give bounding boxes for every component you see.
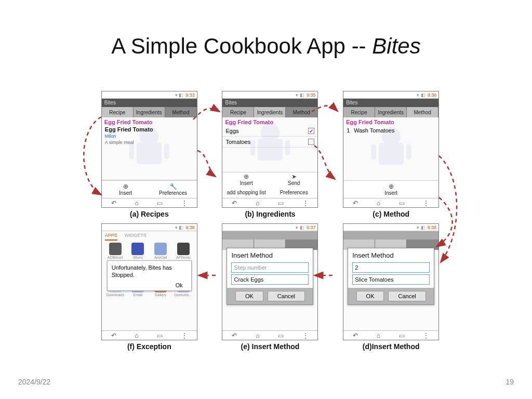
home-icon[interactable]: ⌂ (135, 200, 138, 207)
tab-recipe[interactable]: Recipe (102, 107, 134, 117)
step-number-field[interactable]: Step number (231, 262, 309, 273)
footer-page: 19 (506, 378, 514, 386)
preferences-button[interactable]: 🔧Preferences (149, 181, 197, 198)
svg-rect-7 (285, 140, 290, 155)
step-text-field[interactable]: Slice Tomatoes (352, 274, 430, 285)
statusbar: ▾ ◧9:38 (343, 224, 438, 231)
cell-a: ▾ ◧9:33 Bites Recipe Ingredients Method … (99, 91, 200, 218)
cell-f: ▾ ◧9:38 APPS WIDGETS ADBdroid4SyncAnyCal… (99, 223, 200, 351)
android-bg (102, 117, 197, 180)
navbar: ↶⌂▭⋮ (102, 330, 197, 340)
cell-d: ▾ ◧9:38 Insert Method 2 Slice Tomatoes O… (340, 223, 442, 351)
phone-e: ▾ ◧9:37 Insert Method Step number Crack … (222, 223, 318, 340)
phone-a: ▾ ◧9:33 Bites Recipe Ingredients Method … (101, 91, 197, 208)
error-ok-button[interactable]: Ok (112, 279, 187, 288)
caption-f: (f) Exception (127, 342, 171, 351)
error-dialog: Unfortunately, Bites has Stopped. Ok (107, 260, 192, 291)
svg-rect-3 (164, 143, 169, 159)
navbar: ↶⌂▭⋮ (222, 198, 317, 207)
wrench-icon: 🔧 (169, 183, 177, 190)
cancel-button[interactable]: Cancel (388, 291, 425, 301)
svg-point-9 (382, 127, 401, 146)
launcher-app[interactable]: 4Sync (128, 243, 149, 259)
tab-ingredients[interactable]: Ingredients (134, 107, 165, 117)
ok-button[interactable]: OK (356, 291, 384, 301)
launcher-app[interactable]: AnyCall (150, 243, 171, 259)
actionbar-bot: add shopping list Preferences (222, 187, 317, 198)
cell-c: ▾ ◧9:36 Bites Recipe Ingredients Method … (340, 91, 442, 218)
plus-icon: ⊕ (123, 183, 128, 190)
actionbar: ⊕Insert 🔧Preferences (102, 180, 197, 198)
appbar (343, 231, 438, 240)
menu-icon[interactable]: ⋮ (181, 200, 188, 207)
insert-method-dialog: Insert Method 2 Slice Tomatoes OK Cancel (348, 248, 434, 305)
statusbar: ▾ ◧9:38 (102, 224, 197, 231)
tab-method[interactable]: Method (165, 107, 197, 117)
caption-a: (a) Recipes (130, 210, 169, 218)
caption-b: (b) Ingredients (245, 210, 295, 218)
back-icon[interactable]: ↶ (111, 200, 116, 207)
svg-rect-4 (258, 139, 283, 161)
appbar: Bites (222, 99, 317, 107)
launcher-apps[interactable]: APPS (105, 233, 117, 241)
phone-grid: ▾ ◧9:33 Bites Recipe Ingredients Method … (99, 91, 442, 351)
error-message: Unfortunately, Bites has Stopped. (112, 264, 187, 279)
preferences-button[interactable]: Preferences (270, 187, 318, 198)
appbar: Bites (343, 99, 438, 107)
phone-f: ▾ ◧9:38 APPS WIDGETS ADBdroid4SyncAnyCal… (101, 223, 197, 340)
title-text: A Simple Cookbook App -- (111, 34, 372, 58)
slide-title: A Simple Cookbook App -- Bites (0, 0, 532, 59)
ok-button[interactable]: OK (235, 291, 263, 301)
svg-rect-0 (137, 142, 162, 164)
android-bg (343, 117, 438, 180)
launcher-widgets[interactable]: WIDGETS (125, 233, 147, 241)
insert-button[interactable]: ⊕Insert (343, 181, 438, 198)
statusbar: ▾ ◧9:33 (102, 91, 197, 99)
navbar: ↶⌂▭⋮ (343, 198, 438, 207)
recents-icon[interactable]: ▭ (157, 200, 163, 207)
insert-method-dialog: Insert Method Step number Crack Eggs OK … (227, 248, 313, 305)
navbar: ↶⌂▭⋮ (102, 198, 197, 207)
tab-recipe[interactable]: Recipe (343, 107, 375, 117)
title-em: Bites (372, 34, 420, 58)
caption-e: (e) Insert Method (241, 342, 300, 351)
navbar: ↶⌂▭⋮ (222, 330, 317, 340)
step-number-field[interactable]: 2 (352, 262, 430, 273)
tabs: Recipe Ingredients Method (343, 107, 438, 117)
cancel-button[interactable]: Cancel (268, 291, 305, 301)
footer-date: 2024/9/22 (18, 378, 50, 386)
navbar: ↶⌂▭⋮ (343, 330, 438, 340)
dialog-buttons: OK Cancel (348, 288, 434, 304)
statusbar: ▾ ◧9:37 (222, 224, 317, 231)
tab-ingredients[interactable]: Ingredients (375, 107, 407, 117)
statusbar: ▾ ◧9:36 (343, 91, 438, 99)
phone-c: ▾ ◧9:36 Bites Recipe Ingredients Method … (343, 91, 439, 208)
svg-rect-10 (371, 144, 376, 159)
svg-rect-2 (129, 143, 135, 159)
appbar (222, 231, 317, 240)
svg-rect-8 (379, 143, 404, 165)
phone-b: ▾ ◧9:35 Bites Recipe Ingredients Method … (222, 91, 318, 208)
svg-rect-11 (406, 144, 411, 159)
appbar: Bites (102, 99, 197, 107)
android-bg (222, 117, 317, 172)
svg-point-5 (261, 123, 280, 142)
plus-icon: ⊕ (389, 183, 394, 190)
step-text-field[interactable]: Crack Eggs (231, 274, 309, 285)
cell-b: ▾ ◧9:35 Bites Recipe Ingredients Method … (220, 91, 321, 218)
launcher-app[interactable]: APDemo (173, 243, 194, 259)
dialog-title: Insert Method (227, 248, 313, 261)
svg-point-1 (140, 127, 158, 145)
add-shopping-button[interactable]: add shopping list (222, 187, 270, 198)
tabs: Recipe Ingredients Method (102, 107, 197, 117)
launcher-app[interactable]: ADBdroid (105, 243, 126, 259)
dialog-title: Insert Method (348, 248, 434, 261)
phone-d: ▾ ◧9:38 Insert Method 2 Slice Tomatoes O… (343, 223, 439, 340)
actionbar: ⊕Insert (343, 180, 438, 198)
tab-method[interactable]: Method (407, 107, 438, 117)
caption-c: (c) Method (373, 210, 409, 218)
insert-button[interactable]: ⊕Insert (102, 181, 150, 198)
statusbar: ▾ ◧9:35 (222, 91, 317, 99)
launcher-tabs: APPS WIDGETS (102, 231, 197, 241)
dialog-buttons: OK Cancel (227, 288, 313, 304)
